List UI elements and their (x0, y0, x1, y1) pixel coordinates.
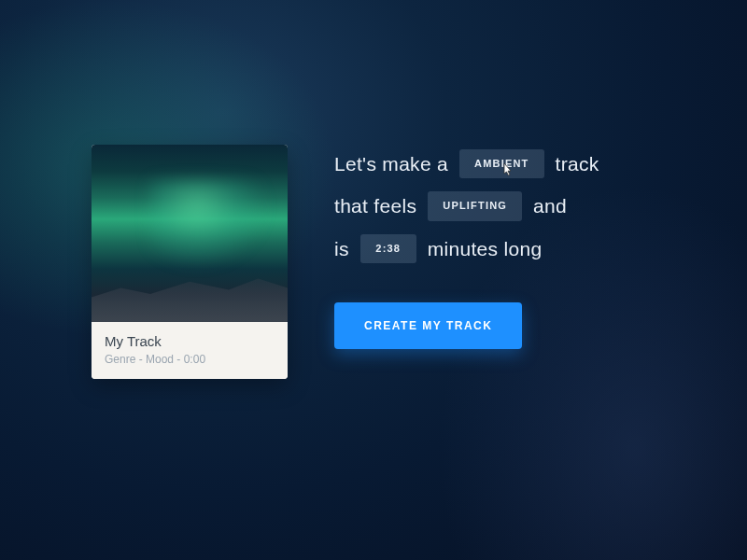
builder-text: Let's make a (334, 150, 448, 177)
track-card: My Track Genre - Mood - 0:00 (92, 145, 288, 379)
track-builder: Let's make a AMBIENT track that feels UP… (334, 145, 599, 349)
builder-text: minutes long (428, 235, 543, 262)
genre-selector[interactable]: AMBIENT (459, 149, 544, 178)
track-meta: Genre - Mood - 0:00 (105, 353, 275, 366)
track-title: My Track (105, 333, 275, 349)
builder-text: that feels (334, 192, 416, 219)
builder-text: is (334, 235, 349, 262)
duration-value: 2:38 (375, 242, 401, 256)
genre-value: AMBIENT (474, 157, 529, 171)
builder-text: and (533, 192, 567, 219)
track-info: My Track Genre - Mood - 0:00 (92, 322, 288, 379)
create-track-button[interactable]: CREATE MY TRACK (334, 302, 522, 349)
builder-text: track (556, 150, 599, 177)
mood-selector[interactable]: UPLIFTING (428, 191, 522, 220)
duration-selector[interactable]: 2:38 (360, 234, 416, 263)
track-artwork (92, 145, 288, 322)
mood-value: UPLIFTING (443, 199, 507, 213)
